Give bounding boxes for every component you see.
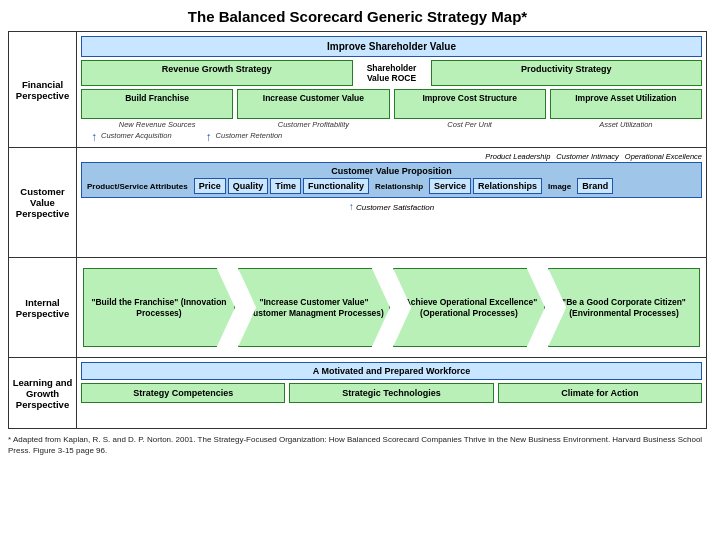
brand-boxes: Brand (577, 178, 613, 194)
shareholder-value-box: Improve Shareholder Value (81, 36, 702, 57)
rel-boxes: Service Relationships (429, 178, 542, 194)
service-box: Service (429, 178, 471, 194)
customer-acquisition-text: Customer Acquisition (101, 131, 172, 143)
satisfaction-text: Customer Satisfaction (356, 203, 434, 212)
improve-cost-box: Improve Cost Structure (394, 89, 546, 119)
financial-label: Financial Perspective (9, 32, 77, 147)
fin-row2: Revenue Growth Strategy Shareholder Valu… (81, 60, 702, 86)
improve-asset-cap: Asset Utilization (550, 120, 702, 129)
up-arrow-2: ↑ (206, 131, 212, 143)
customer-label: Customer Value Perspective (9, 148, 77, 257)
main-container: Financial Perspective Improve Shareholde… (8, 31, 707, 429)
internal-row: Internal Perspective "Build the Franchis… (9, 258, 706, 358)
learn-bottom: Strategy Competencies Strategic Technolo… (81, 383, 702, 403)
internal-box1: "Build the Franchise" (Innovation Proces… (83, 268, 235, 347)
learning-content: A Motivated and Prepared Workforce Strat… (77, 358, 706, 428)
fin-top: Improve Shareholder Value (81, 36, 702, 57)
quality-box: Quality (228, 178, 269, 194)
increase-customer-cap: Customer Profitability (237, 120, 389, 129)
oe-text: Operational Excellence (625, 152, 702, 161)
internal-box4: "Be a Good Corporate Citizen" (Environme… (548, 268, 700, 347)
functionality-box: Functionality (303, 178, 369, 194)
int-content: "Build the Franchise" (Innovation Proces… (81, 262, 702, 353)
customer-retention-text: Customer Retention (216, 131, 283, 143)
pl-text: Product Leadership (485, 152, 550, 161)
customer-satisfaction: ↑ Customer Satisfaction (81, 202, 702, 212)
product-leadership-labels: Product Leadership Customer Intimacy Ope… (81, 152, 702, 161)
internal-box3: "Achieve Operational Excellence" (Operat… (393, 268, 545, 347)
customer-row: Customer Value Perspective Product Leade… (9, 148, 706, 258)
price-box: Price (194, 178, 226, 194)
build-franchise-col: Build Franchise New Revenue Sources (81, 89, 233, 129)
internal-box2: "Increase Customer Value" (Customer Mana… (238, 268, 390, 347)
workforce-box: A Motivated and Prepared Workforce (81, 362, 702, 380)
financial-row: Financial Perspective Improve Shareholde… (9, 32, 706, 148)
competencies-box: Strategy Competencies (81, 383, 285, 403)
up-arrow-1: ↑ (91, 131, 97, 143)
improve-cost-col: Improve Cost Structure Cost Per Unit (394, 89, 546, 129)
footnote: * Adapted from Kaplan, R. S. and D. P. N… (8, 434, 707, 456)
up-arrow-3: ↑ (349, 202, 354, 212)
time-box: Time (270, 178, 301, 194)
cvp-label: Customer Value Proposition (87, 166, 696, 176)
build-franchise-box: Build Franchise (81, 89, 233, 119)
ci-text: Customer Intimacy (556, 152, 619, 161)
increase-customer-box: Increase Customer Value (237, 89, 389, 119)
financial-content: Improve Shareholder Value Revenue Growth… (77, 32, 706, 147)
psa-label: Product/Service Attributes (87, 182, 191, 191)
relationships-box: Relationships (473, 178, 542, 194)
learning-row: Learning and Growth Perspective A Motiva… (9, 358, 706, 428)
fin-row3: Build Franchise New Revenue Sources Incr… (81, 89, 702, 129)
improve-asset-col: Improve Asset Utilization Asset Utilizat… (550, 89, 702, 129)
shareholder-roce-text: Shareholder Value ROCE (357, 63, 427, 83)
page-title: The Balanced Scorecard Generic Strategy … (8, 8, 707, 25)
rel-label: Relationship (372, 182, 426, 191)
improve-cost-cap: Cost Per Unit (394, 120, 546, 129)
revenue-growth-box: Revenue Growth Strategy (81, 60, 353, 86)
increase-customer-col: Increase Customer Value Customer Profita… (237, 89, 389, 129)
build-franchise-cap: New Revenue Sources (81, 120, 233, 129)
brand-box: Brand (577, 178, 613, 194)
internal-content: "Build the Franchise" (Innovation Proces… (77, 258, 706, 357)
customer-content: Product Leadership Customer Intimacy Ope… (77, 148, 706, 257)
internal-label: Internal Perspective (9, 258, 77, 357)
psa-row: Product/Service Attributes Price Quality… (87, 178, 696, 194)
climate-box: Climate for Action (498, 383, 702, 403)
arrow-area: ↑ Customer Acquisition ↑ Customer Retent… (81, 131, 702, 143)
technologies-box: Strategic Technologies (289, 383, 493, 403)
improve-asset-box: Improve Asset Utilization (550, 89, 702, 119)
cvp-outer: Customer Value Proposition Product/Servi… (81, 162, 702, 198)
image-label: Image (545, 182, 574, 191)
productivity-box: Productivity Strategy (431, 60, 703, 86)
attr-boxes: Price Quality Time Functionality (194, 178, 369, 194)
learning-label: Learning and Growth Perspective (9, 358, 77, 428)
